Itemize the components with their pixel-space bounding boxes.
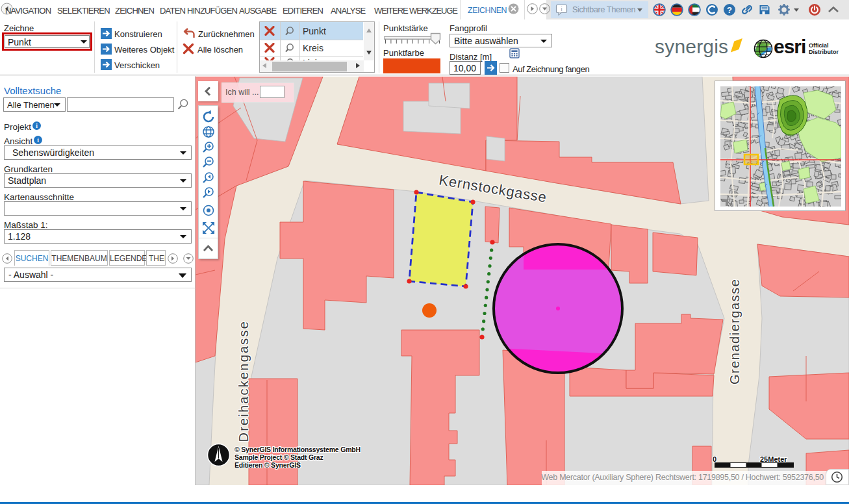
svg-text:i: i (36, 123, 38, 129)
svg-text:?: ? (727, 5, 732, 15)
svg-text:i: i (37, 137, 39, 144)
svg-text:i: i (561, 6, 563, 12)
